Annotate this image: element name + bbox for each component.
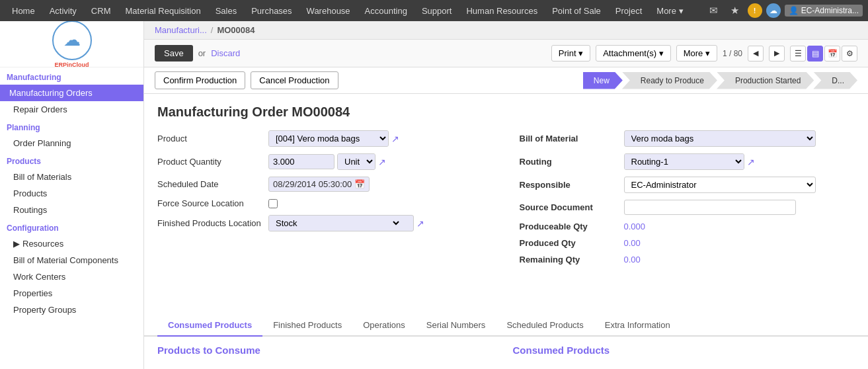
- save-button[interactable]: Save: [155, 45, 193, 62]
- nav-more[interactable]: More ▾: [650, 0, 690, 21]
- tab-operations[interactable]: Operations: [352, 315, 416, 337]
- sidebar-item-manufacturing-orders[interactable]: Manufacturing Orders: [0, 85, 143, 101]
- sidebar-item-repair-orders[interactable]: Repair Orders: [0, 101, 143, 118]
- warning-icon[interactable]: !: [748, 3, 762, 18]
- scheduled-date-field[interactable]: 08/29/2014 05:30:00 📅: [268, 177, 370, 192]
- unit-select[interactable]: Unit: [338, 154, 375, 169]
- user-icon: 👤: [789, 6, 799, 15]
- consumed-products-section: Consumed Products: [513, 345, 855, 361]
- product-external-link-icon[interactable]: ↗: [391, 134, 399, 144]
- sidebar-item-work-centers[interactable]: Work Centers: [0, 268, 143, 285]
- sidebar-item-resources[interactable]: ▶ Resources: [0, 235, 143, 252]
- nav-purchases[interactable]: Purchases: [245, 0, 298, 21]
- produced-qty-label: Produced Qty: [520, 238, 619, 248]
- sidebar-item-properties[interactable]: Properties: [0, 285, 143, 302]
- nav-project[interactable]: Project: [609, 0, 649, 21]
- product-qty-input[interactable]: [268, 154, 335, 169]
- toolbar: Save or Discard Print ▾ Attachment(s) ▾ …: [144, 40, 868, 67]
- confirm-production-button[interactable]: Confirm Production: [155, 71, 245, 89]
- finished-location-select[interactable]: Stock: [269, 216, 401, 231]
- status-pipeline: New Ready to Produce Production Started …: [584, 72, 857, 89]
- routing-select-wrapper: Routing-1: [624, 153, 744, 170]
- attachments-button[interactable]: Attachment(s) ▾: [596, 45, 671, 62]
- source-doc-input[interactable]: [624, 200, 796, 215]
- breadcrumb-parent[interactable]: Manufacturi...: [155, 25, 207, 35]
- bom-label: Bill of Material: [520, 134, 619, 144]
- force-source-row: Force Source Location: [157, 198, 493, 208]
- force-source-checkbox[interactable]: [268, 199, 278, 208]
- main-layout: ☁ ERPinCloud Manufacturing Manufacturing…: [0, 21, 868, 369]
- calendar-view-button[interactable]: 📅: [824, 46, 840, 62]
- form-left-column: Product [004] Vero moda bags ↗ Product Q…: [157, 130, 493, 271]
- bom-select[interactable]: Vero moda bags: [625, 131, 815, 146]
- more-button[interactable]: More ▾: [676, 45, 717, 62]
- nav-support[interactable]: Support: [415, 0, 459, 21]
- remaining-qty-label: Remaining Qty: [520, 255, 619, 265]
- nav-home[interactable]: Home: [5, 0, 42, 21]
- cloud-icon[interactable]: ☁: [766, 3, 781, 18]
- consumed-products-heading: Consumed Products: [513, 345, 855, 356]
- product-select[interactable]: [004] Vero moda bags: [269, 131, 388, 146]
- sidebar-item-bill-of-materials[interactable]: Bill of Materials: [0, 169, 143, 185]
- nav-warehouse[interactable]: Warehouse: [300, 0, 357, 21]
- prev-record-button[interactable]: ◀: [748, 46, 764, 62]
- routing-row: Routing Routing-1 ↗: [520, 153, 855, 170]
- finished-location-link-icon[interactable]: ↗: [416, 218, 424, 229]
- breadcrumb-current: MO00084: [217, 25, 255, 35]
- status-bar: Confirm Production Cancel Production New…: [144, 67, 868, 94]
- nav-material-req[interactable]: Material Requisition: [118, 0, 207, 21]
- routing-select[interactable]: Routing-1: [625, 154, 744, 169]
- next-record-button[interactable]: ▶: [769, 46, 785, 62]
- sidebar-item-products[interactable]: Products: [0, 185, 143, 202]
- nav-hr[interactable]: Human Resources: [459, 0, 544, 21]
- nav-activity[interactable]: Activity: [43, 0, 83, 21]
- print-button[interactable]: Print ▾: [551, 45, 590, 62]
- nav-pos[interactable]: Point of Sale: [545, 0, 608, 21]
- tab-extra-information[interactable]: Extra Information: [594, 315, 681, 337]
- print-label: Print ▾: [559, 48, 583, 58]
- tab-scheduled-products[interactable]: Scheduled Products: [496, 315, 594, 337]
- graph-view-button[interactable]: ⚙: [842, 46, 857, 62]
- list-view-button[interactable]: ☰: [790, 46, 806, 62]
- sidebar-item-bom-components[interactable]: Bill of Material Components: [0, 252, 143, 268]
- tab-finished-products[interactable]: Finished Products: [262, 315, 352, 337]
- scheduled-date-label: Scheduled Date: [157, 179, 263, 189]
- unit-external-link-icon[interactable]: ↗: [378, 157, 386, 167]
- product-select-wrapper: [004] Vero moda bags: [268, 130, 389, 147]
- date-text: 08/29/2014 05:30:00: [273, 179, 352, 189]
- pager: 1 / 80: [723, 49, 742, 58]
- mail-icon[interactable]: ✉: [705, 2, 723, 19]
- form-view-button[interactable]: ▤: [807, 46, 823, 62]
- routing-link-icon[interactable]: ↗: [747, 157, 755, 167]
- cancel-production-button[interactable]: Cancel Production: [251, 71, 338, 89]
- finished-location-label: Finished Products Location: [157, 218, 263, 228]
- discard-button[interactable]: Discard: [211, 48, 240, 58]
- bom-value: Vero moda bags: [624, 130, 855, 147]
- status-step-new: New: [583, 72, 623, 89]
- products-to-consume-heading: Products to Consume: [157, 345, 500, 356]
- unit-select-wrapper: Unit: [337, 153, 375, 170]
- nav-accounting[interactable]: Accounting: [358, 0, 414, 21]
- responsible-value: EC-Administrator: [624, 177, 855, 193]
- responsible-select[interactable]: EC-Administrator: [625, 177, 815, 192]
- bom-row: Bill of Material Vero moda bags: [520, 130, 855, 147]
- tab-consumed-products[interactable]: Consumed Products: [157, 315, 262, 337]
- more-label: More ▾: [684, 48, 710, 58]
- expand-icon: ▶: [13, 239, 20, 249]
- nav-crm[interactable]: CRM: [85, 0, 118, 21]
- produceable-qty-value: 0.000: [624, 222, 646, 231]
- star-icon[interactable]: ★: [727, 2, 744, 19]
- status-step-d: D...: [813, 72, 857, 89]
- calendar-icon[interactable]: 📅: [354, 179, 365, 189]
- sidebar-item-routings[interactable]: Routings: [0, 202, 143, 218]
- section-manufacturing: Manufacturing: [0, 67, 143, 85]
- user-avatar[interactable]: 👤 EC-Administra...: [785, 5, 863, 17]
- top-navigation: Home Activity CRM Material Requisition S…: [0, 0, 868, 21]
- sidebar-item-order-planning[interactable]: Order Planning: [0, 135, 143, 151]
- username: EC-Administra...: [801, 6, 859, 15]
- status-step-ready: Ready to Produce: [622, 72, 717, 89]
- sidebar-item-property-groups[interactable]: Property Groups: [0, 302, 143, 318]
- nav-sales[interactable]: Sales: [209, 0, 244, 21]
- tab-serial-numbers[interactable]: Serial Numbers: [416, 315, 496, 337]
- finished-location-row: Finished Products Location Stock ↗: [157, 215, 493, 231]
